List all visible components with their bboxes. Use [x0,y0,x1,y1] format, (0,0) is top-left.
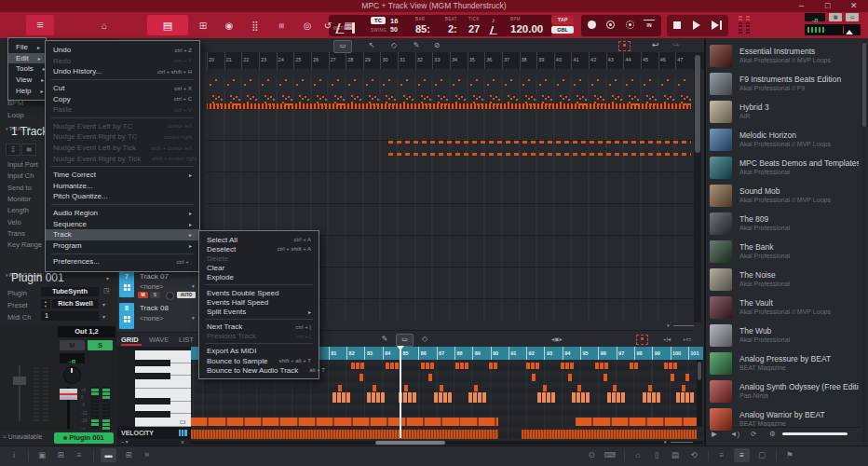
flag-icon[interactable]: ⚑ [783,450,796,459]
dropdown-arrow-icon[interactable]: ▾ [192,283,195,289]
midi-note[interactable] [386,363,389,369]
track-menu-item-next-track[interactable]: Next Trackctrl + ] [199,322,319,332]
track-menu-item-events-half-speed[interactable]: Events Half Speed [199,297,319,307]
track-menu-item-deselect[interactable]: Deselectctrl + shift + A [199,244,319,254]
browser-item-the-noise[interactable]: The NoiseAkai Professional [706,266,861,294]
output-routing-field[interactable]: Out 1,2 [58,326,115,337]
track-solo-button[interactable]: S [150,292,160,298]
midi-note[interactable] [607,392,611,403]
browser-item-essential-instruments[interactable]: Essential InstrumentsAkai Professional /… [706,42,861,70]
audition-ar-badge[interactable]: ~R [805,13,825,21]
midi-note[interactable] [439,392,442,403]
midi-note[interactable] [643,392,646,403]
editor-vscrollbar[interactable] [697,360,702,427]
midi-note[interactable] [634,363,638,369]
midi-note[interactable] [621,392,625,403]
track-menu-item-bounce-to-sample[interactable]: Bounce to Sampleshift + alt + T [199,356,319,365]
auto-scroll-icon[interactable] [636,335,648,345]
midi-note[interactable] [600,363,604,369]
midi-note[interactable] [537,392,541,403]
list-tab-icon[interactable]: ▤ [21,144,36,156]
midi-note[interactable] [536,363,539,369]
browser-item-analog-warrior-by-beat[interactable]: Analog Warrior by BEATBEAT Magazine [706,405,861,433]
track-menu-item-export-as-midi[interactable]: Export As MIDI [199,347,319,356]
edit-menu-item-preferences[interactable]: Preferences...ctrl + , [46,256,199,267]
preset-dropdown-arrow-icon[interactable]: ▾ [102,301,105,308]
play-icon[interactable]: ▶ [712,430,717,438]
edit-menu-item-undo[interactable]: Undoctrl + Z [46,45,199,56]
browser-list-icon-button[interactable]: ≡ [734,448,750,462]
edit-menu-item-redo[interactable]: Redoctrl + Y [46,56,199,67]
tab-grid[interactable]: GRID [121,336,139,344]
program-name-field[interactable]: Plugin 001 [11,271,64,284]
playhead-line[interactable] [400,347,401,438]
midi-note[interactable] [617,392,620,403]
black-key[interactable] [135,373,170,379]
edit-menu-item-cut[interactable]: Cutctrl + X [46,83,199,94]
stop-button[interactable] [673,21,681,29]
overdub-button[interactable] [606,21,615,29]
app-menu-item-view[interactable]: View▸ [8,75,46,86]
hscrollbar-thumb[interactable] [375,441,445,445]
midi-note[interactable] [690,392,694,403]
midi-note[interactable] [367,392,371,403]
black-key[interactable] [135,360,170,366]
midi-note[interactable] [460,363,464,369]
tab-list[interactable]: LIST [179,336,194,344]
track-name[interactable]: Track 08 [140,304,169,312]
edit-menu-item-nudge-event-left-by-tc[interactable]: Nudge Event Left by TCcursor left [46,121,199,132]
play-button[interactable] [693,21,700,30]
midi-note[interactable] [568,374,572,381]
midi-note[interactable] [673,363,677,369]
midi-note[interactable] [356,363,359,369]
file-icon[interactable]: ▯ [650,450,663,459]
midi-note[interactable] [351,363,355,369]
track-menu-item-bounce-to-new-audio-track[interactable]: Bounce to New Audio Trackalt + T [199,365,319,375]
sample-editor-icon[interactable]: ◉ [222,18,237,34]
sampler-icon[interactable]: ◎ [300,18,315,34]
track-row-8[interactable]: 8Track 08<none>▾ [117,300,207,333]
midi-note[interactable] [360,363,364,369]
volume-icon[interactable]: ◄) [730,430,739,438]
editor-hscrollbar[interactable] [191,441,703,445]
metro-level-slider[interactable] [352,22,355,34]
midi-note[interactable] [669,363,672,369]
master-level-meter[interactable] [805,24,861,35]
keys-button[interactable]: ▭ [846,13,859,21]
edit-menu-item-audio-region[interactable]: Audio Region▸ [46,208,199,219]
track-menu-item-explode[interactable]: Explode [199,273,319,282]
midi-note[interactable] [443,392,447,403]
edit-menu-item-nudge-event-right-by-tc[interactable]: Nudge Event Right by TCcursor right [46,131,199,143]
track-name[interactable]: Track 07 [140,272,169,281]
add-region-icon[interactable]: +▭ [683,336,691,342]
midi-clip-dashed-row-2[interactable] [388,153,691,156]
tc-button[interactable]: TC [371,17,386,24]
track-menu-item-split-events[interactable]: Split Events▸ [199,307,319,316]
midi-note[interactable] [482,392,486,403]
midi-note[interactable] [332,392,336,403]
queue-list-icon[interactable]: ≡ [715,450,728,459]
midi-note[interactable] [408,392,412,403]
undo-icon[interactable]: ↩ [652,40,659,49]
vscrollbar-thumb[interactable] [695,55,700,153]
midi-note[interactable] [531,363,535,369]
track-menu-item-select-all[interactable]: Select Allctrl + A [199,235,319,244]
midi-note[interactable] [595,363,599,369]
main-mode-icon[interactable]: ⌂ [97,18,112,34]
midi-note[interactable] [647,392,651,403]
edit-menu-item-nudge-event-left-by-tick[interactable]: Nudge Event Left by Tickshift + cursor l… [46,143,199,154]
mute-button[interactable]: M [60,340,85,350]
tc-value[interactable]: 16 [390,17,398,25]
plugin-program-button[interactable]: Plugin 001 [54,432,114,444]
midi-keyboard-icon[interactable]: ⌨ [604,450,617,459]
bar-value[interactable]: 85: [415,23,430,34]
note-value-icon[interactable]: ♪ [492,17,495,23]
track-mute-button[interactable]: M [138,292,148,298]
black-key[interactable] [135,411,170,418]
midi-note[interactable] [489,363,493,369]
browser-item-melodic-horizon[interactable]: Melodic HorizonAkai Professional // MVP … [706,126,861,154]
midi-note[interactable] [465,363,468,369]
tap-tempo-button[interactable]: TAP [551,16,574,24]
edit-menu-item-program[interactable]: Program▸ [46,240,199,252]
midi-note[interactable] [572,392,576,403]
